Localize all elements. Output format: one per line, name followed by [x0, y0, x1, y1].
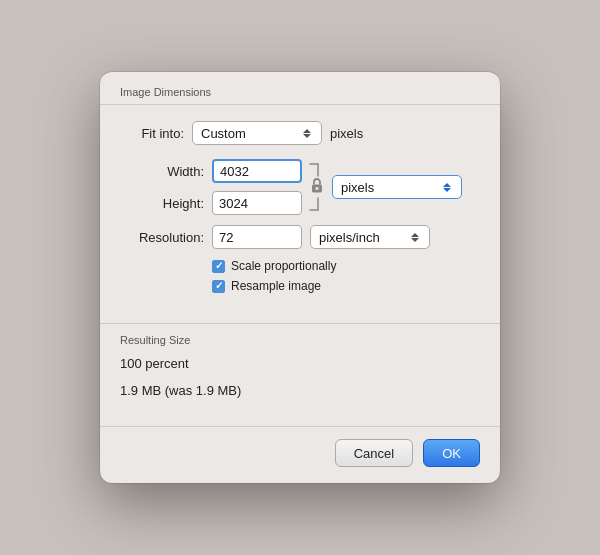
image-dimensions-dialog: Image Dimensions Fit into: Custom pixels… — [100, 72, 500, 483]
resolution-input[interactable] — [212, 225, 302, 249]
resulting-size-section: Resulting Size 100 percent 1.9 MB (was 1… — [100, 323, 500, 426]
resolution-unit-select[interactable]: pixels/inch — [310, 225, 430, 249]
width-height-area: Width: Height: — [124, 159, 476, 215]
pixel-unit-stepper[interactable] — [443, 177, 457, 197]
fit-into-stepper[interactable] — [303, 123, 317, 143]
width-row: Width: — [124, 159, 302, 183]
width-input[interactable] — [212, 159, 302, 183]
resample-image-label: Resample image — [231, 279, 321, 293]
resulting-size-title: Resulting Size — [100, 324, 500, 352]
height-label: Height: — [124, 196, 204, 211]
resulting-percent: 100 percent — [120, 356, 480, 371]
height-input[interactable] — [212, 191, 302, 215]
resolution-label: Resolution: — [124, 230, 204, 245]
ok-button[interactable]: OK — [423, 439, 480, 467]
fit-into-value: Custom — [201, 126, 299, 141]
stepper-down-icon[interactable] — [303, 134, 311, 138]
fit-into-row: Fit into: Custom pixels — [124, 121, 476, 145]
stepper-up-icon[interactable] — [303, 129, 311, 133]
res-stepper-down-icon[interactable] — [411, 238, 419, 242]
fit-into-unit: pixels — [330, 126, 363, 141]
lock-bracket — [308, 162, 326, 212]
wh-inputs-group: Width: Height: — [124, 159, 302, 215]
main-content: Fit into: Custom pixels Width: — [100, 105, 500, 315]
resolution-unit-value: pixels/inch — [319, 230, 407, 245]
resolution-stepper[interactable] — [411, 227, 425, 247]
scale-proportionally-checkbox[interactable] — [212, 260, 225, 273]
dialog-title: Image Dimensions — [100, 72, 500, 104]
scale-proportionally-label: Scale proportionally — [231, 259, 336, 273]
pixel-stepper-down-icon[interactable] — [443, 188, 451, 192]
pixel-stepper-up-icon[interactable] — [443, 183, 451, 187]
button-row: Cancel OK — [100, 426, 500, 483]
lock-icon[interactable] — [309, 177, 325, 198]
fit-into-select[interactable]: Custom — [192, 121, 322, 145]
cancel-button[interactable]: Cancel — [335, 439, 413, 467]
scale-proportionally-row: Scale proportionally — [212, 259, 476, 273]
pixel-unit-wrapper: pixels — [332, 175, 462, 199]
resolution-row: Resolution: pixels/inch — [124, 225, 476, 249]
svg-rect-1 — [316, 187, 319, 190]
fit-into-label: Fit into: — [124, 126, 184, 141]
resample-image-row: Resample image — [212, 279, 476, 293]
pixel-unit-value: pixels — [341, 180, 439, 195]
resulting-size-value: 1.9 MB (was 1.9 MB) — [120, 383, 480, 398]
height-row: Height: — [124, 191, 302, 215]
res-stepper-up-icon[interactable] — [411, 233, 419, 237]
resample-image-checkbox[interactable] — [212, 280, 225, 293]
resulting-size-content: 100 percent 1.9 MB (was 1.9 MB) — [100, 352, 500, 426]
lock-svg — [310, 178, 324, 194]
pixel-unit-select[interactable]: pixels — [332, 175, 462, 199]
width-label: Width: — [124, 164, 204, 179]
